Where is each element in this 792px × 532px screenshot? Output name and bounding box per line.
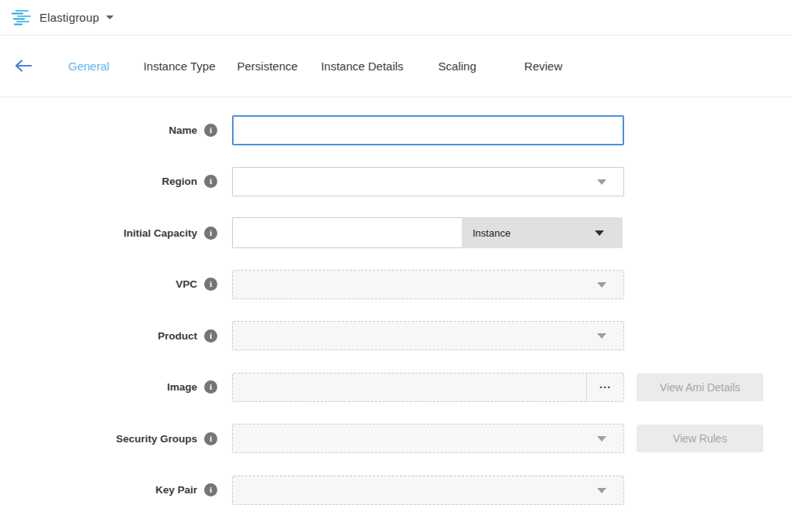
info-icon[interactable]: i [204,175,217,188]
tab-persistence[interactable]: Persistence [237,60,298,73]
form-row-vpc: VPC i [0,269,792,300]
name-label: Name [169,124,197,136]
info-icon[interactable]: i [204,227,217,240]
form-row-product: Product i [0,320,792,351]
image-label: Image [167,381,197,393]
image-picker: ... [232,373,624,402]
capacity-unit-value: Instance [473,227,510,239]
form-row-name: Name i [0,114,792,145]
tab-general[interactable]: General [68,60,109,73]
form-row-image: Image i ... View Ami Details [0,372,792,403]
region-label: Region [162,176,197,187]
back-button[interactable] [14,58,32,75]
app-switcher-label[interactable]: Elastigroup [39,11,99,24]
form-row-security-groups: Security Groups i View Rules [0,423,792,454]
info-icon[interactable]: i [204,329,217,343]
capacity-unit-select[interactable]: Instance [462,217,623,248]
tab-instance-details[interactable]: Instance Details [321,60,404,73]
security-groups-label: Security Groups [116,433,197,445]
elastigroup-logo-icon [11,9,32,26]
form-row-region: Region i [0,166,792,197]
security-groups-select [232,424,624,453]
info-icon[interactable]: i [204,483,217,496]
general-form: Name i Region i Initial Capacity i Insta… [0,97,792,506]
chevron-down-icon [597,488,606,493]
wizard-tabs: General Instance Type Persistence Instan… [68,60,562,73]
key-pair-select [232,476,624,505]
form-row-initial-capacity: Initial Capacity i Instance [0,217,792,248]
initial-capacity-label: Initial Capacity [124,227,197,239]
wizard-tabbar: General Instance Type Persistence Instan… [0,36,792,97]
region-select[interactable] [232,167,624,196]
app-header: Elastigroup [0,0,792,36]
vpc-label: VPC [176,278,197,290]
chevron-down-icon[interactable] [106,15,114,19]
view-ami-details-button[interactable]: View Ami Details [637,373,763,401]
vpc-select [232,270,624,299]
tab-instance-type[interactable]: Instance Type [143,60,215,73]
info-icon[interactable]: i [204,380,217,394]
image-browse-button[interactable]: ... [586,373,623,401]
name-input[interactable] [232,115,624,145]
product-select [232,321,624,350]
form-row-key-pair: Key Pair i [0,475,792,506]
image-picker-value [233,373,586,401]
product-label: Product [158,330,197,342]
tab-review[interactable]: Review [524,60,562,73]
info-icon[interactable]: i [204,278,217,291]
chevron-down-icon [597,333,606,339]
arrow-left-icon [14,59,32,73]
tab-scaling[interactable]: Scaling [439,60,476,73]
view-rules-button[interactable]: View Rules [637,425,763,452]
key-pair-label: Key Pair [155,484,197,496]
chevron-down-icon [595,230,604,236]
initial-capacity-input[interactable] [232,217,462,248]
chevron-down-icon [597,436,606,442]
info-icon[interactable]: i [204,432,217,445]
info-icon[interactable]: i [204,124,217,137]
chevron-down-icon [597,282,606,288]
chevron-down-icon [597,179,606,185]
